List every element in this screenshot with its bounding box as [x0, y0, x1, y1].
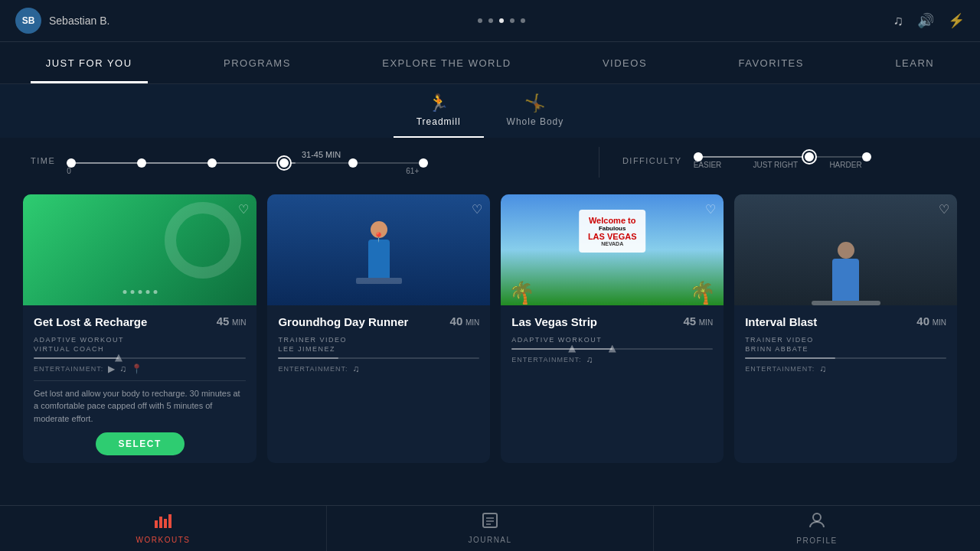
time-value: 31-45 MIN — [67, 150, 576, 159]
lv-sign-nevada: NEVADA — [588, 241, 637, 246]
slider-dot-6[interactable] — [419, 158, 428, 168]
journal-label: JOURNAL — [468, 536, 511, 544]
profile-label: PROFILE — [796, 536, 837, 545]
min-label-3: MIN — [699, 318, 713, 327]
card-duration-3: 45 MIN — [683, 315, 713, 328]
dot-4[interactable] — [510, 18, 514, 23]
card-tag-2a: TRAINER VIDEO — [278, 336, 479, 344]
progress-bar-1 — [34, 357, 246, 359]
nav-item-favorites[interactable]: FAVORITES — [723, 42, 819, 83]
diff-just-right-label: JUST RIGHT — [753, 161, 798, 169]
card-description-1: Get lost and allow your body to recharge… — [34, 387, 246, 425]
card-divider-1 — [34, 380, 246, 381]
palm-tree-right: 🌴 — [689, 280, 716, 305]
card-title-row-4: Interval Blast 40 MIN — [745, 315, 946, 330]
bottom-nav-journal[interactable]: JOURNAL — [327, 506, 654, 551]
svg-point-8 — [813, 514, 821, 521]
slider-dot-5[interactable] — [348, 158, 358, 168]
svg-rect-2 — [164, 519, 167, 528]
diff-max-label: HARDER — [829, 161, 861, 169]
card-body-3: Las Vegas Strip 45 MIN ADAPTIVE WORKOUT … — [501, 305, 724, 373]
lv-sign-fabulous: Fabulous — [588, 225, 637, 232]
card-body-4: Interval Blast 40 MIN TRAINER VIDEO BRIN… — [734, 305, 957, 382]
dot-5[interactable] — [521, 18, 525, 23]
ent-label-2: ENTERTAINMENT: — [278, 365, 348, 373]
svg-rect-4 — [483, 514, 497, 527]
profile-icon — [808, 512, 825, 533]
bottom-nav-workouts[interactable]: WORKOUTS — [0, 506, 327, 551]
nav-item-learn[interactable]: LEARN — [880, 42, 949, 83]
min-label-4: MIN — [933, 318, 946, 327]
card-duration-4: 40 MIN — [916, 315, 946, 328]
music-note-icon-3[interactable]: ♫ — [586, 354, 593, 365]
select-button-1[interactable]: SELECT — [96, 432, 185, 455]
lv-sign-las-vegas: LAS VEGAS — [588, 232, 637, 241]
slider-dot-4[interactable] — [278, 157, 290, 169]
difficulty-slider[interactable] — [694, 156, 862, 158]
runner-figure: 📍 — [356, 221, 402, 305]
nav-item-programs[interactable]: PROGRAMS — [208, 42, 306, 83]
whole-body-icon: 🤸 — [524, 93, 546, 113]
card-body-2: Groundhog Day Runner 40 MIN TRAINER VIDE… — [267, 305, 490, 382]
card-entertainment-4: ENTERTAINMENT: ♫ — [745, 364, 946, 374]
tab-treadmill[interactable]: 🏃 Treadmill — [394, 84, 484, 138]
music-note-icon-2[interactable]: ♫ — [353, 364, 360, 374]
diff-dot-1[interactable] — [694, 152, 703, 161]
trainer-figure — [812, 242, 880, 305]
ent-label-4: ENTERTAINMENT: — [745, 365, 815, 373]
diff-dot-2[interactable] — [803, 151, 815, 163]
palm-tree-left: 🌴 — [508, 280, 535, 305]
volume-icon[interactable]: 🔊 — [917, 12, 934, 29]
card-duration-2: 40 MIN — [450, 315, 480, 328]
music-note-icon-4[interactable]: ♫ — [819, 364, 826, 374]
card-title-row-2: Groundhog Day Runner 40 MIN — [278, 315, 479, 330]
card-tag-3a: ADAPTIVE WORKOUT — [511, 336, 713, 344]
card-body-1: Get Lost & Recharge 45 MIN ADAPTIVE WORK… — [23, 305, 256, 463]
favorite-btn-3[interactable]: ♡ — [705, 202, 716, 217]
music-icon[interactable]: ♫ — [893, 13, 903, 29]
min-label-1: MIN — [232, 318, 246, 327]
tab-whole-body-label: Whole Body — [507, 116, 564, 127]
card-tag-2b: LEE JIMENEZ — [278, 345, 479, 353]
bluetooth-icon[interactable]: ⚡ — [948, 12, 965, 29]
dot-3[interactable] — [499, 18, 504, 23]
card-title-4: Interval Blast — [745, 315, 817, 330]
card-title-row-1: Get Lost & Recharge 45 MIN — [34, 315, 246, 330]
favorite-btn-4[interactable]: ♡ — [939, 202, 949, 217]
location-icon-1[interactable]: 📍 — [131, 364, 142, 374]
card-title-1: Get Lost & Recharge — [34, 315, 147, 330]
card-image-2: ♡ 📍 — [267, 194, 490, 305]
tab-whole-body[interactable]: 🤸 Whole Body — [484, 84, 587, 138]
time-slider[interactable] — [67, 162, 419, 164]
diff-dot-3[interactable] — [862, 152, 871, 161]
nav-item-videos[interactable]: VIDEOS — [587, 42, 662, 83]
slider-dot-1[interactable] — [67, 158, 76, 168]
activity-tabs: 🏃 Treadmill 🤸 Whole Body — [0, 84, 980, 138]
treadmill-icon: 🏃 — [428, 93, 449, 113]
main-nav: JUST FOR YOU PROGRAMS EXPLORE THE WORLD … — [0, 42, 980, 84]
svg-rect-3 — [168, 514, 172, 528]
nav-item-just-for-you[interactable]: JUST FOR YOU — [31, 42, 148, 83]
slider-dot-3[interactable] — [207, 158, 217, 168]
diff-min-label: EASIER — [694, 161, 722, 169]
favorite-btn-2[interactable]: ♡ — [472, 202, 482, 217]
card-image-3: ♡ Welcome to Fabulous LAS VEGAS NEVADA 🌴… — [501, 194, 724, 305]
username: Sebastian B. — [49, 15, 109, 27]
music-note-icon-1[interactable]: ♫ — [119, 364, 126, 374]
time-min-label: 0 — [67, 167, 71, 175]
card-interval-blast: ♡ Interval Blast 40 MIN TRAINER VIDEO BR… — [734, 194, 957, 463]
card-circle-decoration — [165, 202, 241, 279]
trainer-head — [838, 242, 854, 259]
workouts-icon — [154, 513, 172, 533]
dot-1[interactable] — [478, 18, 482, 23]
bottom-nav-profile[interactable]: PROFILE — [654, 506, 980, 551]
card-title-2: Groundhog Day Runner — [278, 315, 408, 330]
slider-dot-2[interactable] — [137, 158, 146, 168]
header-dots — [478, 18, 525, 23]
favorite-btn-1[interactable]: ♡ — [238, 202, 249, 217]
card-tag-4a: TRAINER VIDEO — [745, 336, 946, 344]
nav-item-explore-world[interactable]: EXPLORE THE WORLD — [367, 42, 526, 83]
play-icon-1[interactable]: ▶ — [108, 364, 115, 374]
dot-2[interactable] — [488, 18, 493, 23]
bottom-nav: WORKOUTS JOURNAL PROFILE — [0, 505, 980, 551]
